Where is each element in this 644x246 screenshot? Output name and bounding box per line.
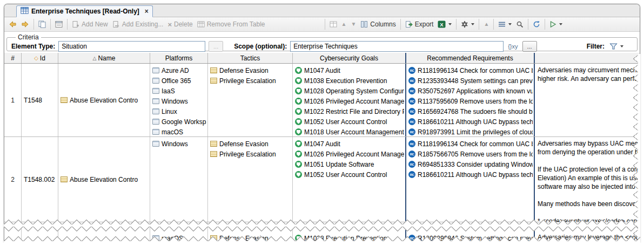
platforms-cell[interactable]: macOS — [150, 222, 208, 243]
table-settings-button[interactable] — [328, 19, 339, 29]
scope-browse-button[interactable]: ... — [522, 41, 537, 52]
goal-item[interactable]: M1038 Execution Prevention — [295, 76, 404, 86]
search-button[interactable] — [514, 19, 525, 29]
column-header-tactics[interactable]: Tactics — [208, 53, 293, 63]
view-menu-button[interactable] — [497, 20, 513, 29]
requirements-cell[interactable]: R1181996134 Check for common UAC by R185… — [406, 137, 535, 222]
description-cell[interactable]: Adversaries may leverage the <code> — [535, 222, 640, 243]
requirement-item[interactable]: R1857566705 Remove users from the loca — [408, 149, 533, 159]
copy-button[interactable] — [37, 19, 48, 29]
column-header-requirements[interactable]: Recommended Requirements — [406, 53, 535, 63]
goal-item[interactable]: M1026 Privileged Account Manage — [295, 96, 404, 106]
platforms-cell[interactable]: Azure AD Office 365 IaaS Windows Linux G… — [150, 64, 208, 136]
platforms-cell[interactable]: Windows — [150, 137, 208, 222]
columns-button[interactable]: Columns — [359, 19, 397, 29]
description-cell[interactable]: Adversaries may circumvent mechan higher… — [535, 64, 640, 136]
description-cell[interactable]: Adversaries may bypass UAC mecha from de… — [535, 137, 640, 222]
requirement-item[interactable]: R1235393448 System settings can preven — [408, 76, 533, 86]
tab-close-icon[interactable]: × — [145, 8, 149, 15]
remove-from-table-button[interactable]: Remove From Table — [196, 19, 267, 29]
export-button[interactable]: Export — [404, 19, 435, 29]
platform-item[interactable]: Linux — [152, 106, 206, 117]
element-type-browse-button[interactable]: ... — [209, 41, 223, 52]
expression-button[interactable]: {}xy — [507, 43, 519, 50]
requirement-item[interactable]: R918973991 Limit the privileges of cloud — [408, 127, 533, 136]
requirement-item[interactable]: R1181996134 Check for common UAC by — [408, 139, 533, 149]
run-button[interactable] — [548, 19, 564, 29]
requirement-item[interactable]: R186610211 Although UAC bypass techn — [408, 117, 533, 127]
tactics-cell[interactable]: Defense Evasion — [208, 222, 293, 243]
platform-item[interactable]: Windows — [152, 96, 206, 106]
column-header-num[interactable]: # — [4, 53, 22, 63]
platform-item[interactable]: Azure AD — [152, 65, 206, 76]
platform-item[interactable]: macOS — [152, 233, 206, 243]
goal-item[interactable]: M1022 Restrict File and Directory P — [295, 106, 404, 117]
description-line: software may also be injected into a — [538, 182, 638, 191]
goal-item[interactable]: M1051 Update Software — [295, 159, 404, 169]
goal-item[interactable]: M1018 User Account Management — [295, 127, 404, 136]
tab-enterprise-techniques[interactable]: Enterprise Techniques [Read-Only] × — [16, 5, 153, 17]
goal-item[interactable]: M1047 Audit — [295, 65, 404, 76]
dropdown-caret-icon — [508, 23, 512, 25]
goal-item[interactable]: M1047 Audit — [295, 139, 404, 149]
tactic-item[interactable]: Privilege Escalation — [210, 76, 291, 86]
goal-item[interactable]: M1038 Execution Prevention — [295, 233, 404, 243]
scope-input[interactable] — [290, 41, 504, 52]
tactics-cell[interactable]: Defense Evasion Privilege Escalation — [208, 137, 293, 222]
row-number-cell[interactable] — [4, 222, 22, 243]
options-gear-button[interactable] — [459, 19, 476, 29]
back-button[interactable] — [7, 19, 18, 29]
column-header-id[interactable]: ◇Id — [22, 53, 58, 63]
goals-cell[interactable]: M1047 Audit M1038 Execution Prevention M… — [293, 64, 406, 136]
requirement-item[interactable]: R1137595609 Remove users from the loca — [408, 96, 533, 106]
refresh-button[interactable] — [531, 19, 542, 29]
platform-item[interactable]: Office 365 — [152, 76, 206, 86]
platform-item[interactable]: Windows — [152, 139, 206, 149]
name-cell[interactable]: Abuse Elevation Contro — [58, 137, 150, 222]
platform-item[interactable]: macOS — [152, 127, 206, 136]
export-excel-button[interactable]: X — [436, 19, 453, 29]
move-up-button[interactable]: ▲ — [340, 20, 348, 28]
row-number-cell[interactable]: 2 — [4, 137, 22, 222]
requirement-item[interactable]: R1809299846 System settings can preven — [408, 233, 533, 243]
report-button[interactable] — [53, 19, 64, 29]
column-header-name[interactable]: △Name — [58, 53, 150, 63]
requirement-item[interactable]: R1656924768 The sudoers file should be s — [408, 106, 533, 117]
requirement-item[interactable]: R694851333 Consider updating Windows — [408, 159, 533, 169]
requirements-cell[interactable]: R1181996134 Check for common UAC by R123… — [406, 64, 535, 136]
goal-item[interactable]: M1026 Privileged Account Manage — [295, 149, 404, 159]
name-cell[interactable] — [58, 222, 150, 243]
id-cell[interactable]: T1548 — [22, 64, 58, 136]
column-header-description[interactable] — [535, 53, 640, 63]
goal-item[interactable]: M1052 User Account Control — [295, 169, 404, 180]
goal-item[interactable]: M1052 User Account Control — [295, 117, 404, 127]
name-cell[interactable]: Abuse Elevation Contro — [58, 64, 150, 136]
add-existing-button[interactable]: Add Existing... — [111, 19, 165, 29]
tactic-item[interactable]: Defense Evasion — [210, 233, 291, 243]
column-header-goals[interactable]: Cybersecurity Goals — [293, 53, 406, 63]
goals-cell[interactable]: M1038 Execution Prevention — [293, 222, 406, 243]
requirements-cell[interactable]: R1809299846 System settings can preven — [406, 222, 535, 243]
tactic-item[interactable]: Defense Evasion — [210, 139, 291, 149]
tactic-item[interactable]: Defense Evasion — [210, 65, 291, 76]
move-down-button[interactable]: ▼ — [349, 20, 358, 28]
id-cell[interactable] — [22, 222, 58, 243]
add-new-button[interactable]: Add New — [70, 19, 110, 29]
row-number-cell[interactable]: 1 — [4, 64, 22, 136]
element-type-input[interactable] — [58, 41, 205, 52]
filter-button[interactable] — [608, 42, 625, 51]
goal-item[interactable]: M1028 Operating System Configur — [295, 86, 404, 96]
requirement-item[interactable]: R350752697 Applications with known vul — [408, 86, 533, 96]
collapse-button[interactable]: ▲ — [482, 20, 491, 28]
goals-cell[interactable]: M1047 Audit M1026 Privileged Account Man… — [293, 137, 406, 222]
platform-item[interactable]: IaaS — [152, 86, 206, 96]
requirement-item[interactable]: R186610211 Although UAC bypass techn — [408, 169, 533, 180]
tactics-cell[interactable]: Defense Evasion Privilege Escalation — [208, 64, 293, 136]
column-header-platforms[interactable]: Platforms — [150, 53, 208, 63]
delete-button[interactable]: × Delete — [166, 19, 194, 29]
id-cell[interactable]: T1548.002 — [22, 137, 58, 222]
tactic-item[interactable]: Privilege Escalation — [210, 149, 291, 159]
requirement-item[interactable]: R1181996134 Check for common UAC by — [408, 65, 533, 76]
platform-item[interactable]: Google Workspa — [152, 117, 206, 127]
forward-button[interactable] — [19, 19, 31, 29]
